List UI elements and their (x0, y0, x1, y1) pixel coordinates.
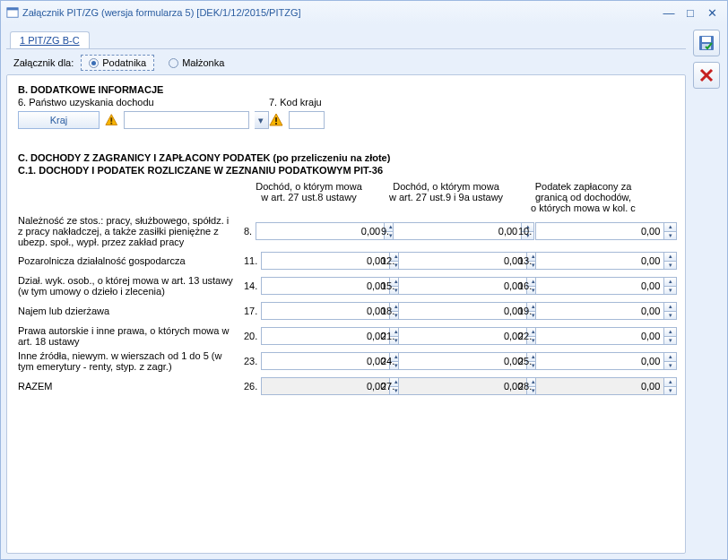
amount-input[interactable] (398, 277, 527, 295)
amount-input[interactable] (261, 252, 390, 270)
spin-down[interactable]: ▾ (664, 286, 677, 296)
row-desc: Najem lub dzierżawa (18, 306, 240, 316)
cell: 19.▴▾ (515, 302, 652, 320)
close-icon (698, 67, 715, 83)
amount-input[interactable] (393, 222, 522, 240)
table-row: Dział. wyk. osob., o której mowa w art. … (18, 274, 674, 297)
field-number: 15. (381, 280, 394, 291)
row-desc: Pozarolnicza działalność gospodarcza (18, 255, 240, 266)
cell: 20.▴▾ (240, 327, 377, 345)
radio-icon (89, 58, 99, 68)
cell: 24.▴▾ (377, 352, 515, 370)
amount-spinner: ▴▾ (393, 222, 534, 240)
amount-input[interactable] (261, 352, 390, 370)
q7-label: 7. Kod kraju (269, 97, 325, 108)
cancel-button[interactable] (693, 62, 720, 89)
field-number: 17. (244, 306, 257, 316)
radio-icon (169, 58, 178, 68)
radio-malzonka[interactable]: Małżonka (161, 56, 231, 70)
row-desc: RAZEM (18, 381, 240, 392)
warning-icon (269, 113, 283, 127)
kraj-button[interactable]: Kraj (18, 111, 100, 129)
amount-input[interactable] (535, 327, 664, 345)
spin-up: ▴ (664, 377, 677, 386)
cell: 12.▴▾ (377, 252, 515, 270)
table-row: RAZEM26.▴▾27.▴▾28.▴▾ (18, 375, 674, 398)
radio-podatnika[interactable]: Podatnika (81, 55, 154, 71)
spin-down[interactable]: ▾ (664, 231, 677, 241)
amount-input[interactable] (398, 327, 527, 345)
spin-down[interactable]: ▾ (664, 336, 677, 346)
save-button[interactable] (693, 30, 720, 56)
amount-input[interactable] (535, 352, 664, 370)
cell: 9.▴▾ (377, 222, 515, 240)
col-header-2: Dochód, o którym mowaw art. 27 ust.9 i 9… (377, 181, 515, 213)
save-icon (698, 34, 715, 52)
field-number: 20. (244, 331, 257, 341)
tab-pitzg-bc[interactable]: 1 PIT/ZG B-C (10, 31, 90, 48)
amount-input[interactable] (398, 302, 527, 320)
cell: 17.▴▾ (240, 302, 377, 320)
spin-up[interactable]: ▴ (664, 302, 677, 311)
amount-input[interactable] (535, 277, 664, 295)
spin-down[interactable]: ▾ (664, 261, 677, 271)
cell: 28.▴▾ (515, 377, 652, 395)
amount-input[interactable] (398, 352, 527, 370)
spin-up[interactable]: ▴ (664, 222, 677, 231)
amount-input (398, 377, 527, 395)
cell: 11.▴▾ (240, 252, 377, 270)
row-desc: Prawa autorskie i inne prawa, o których … (18, 325, 240, 347)
col-header-3: Podatek zapłacony zagranicą od dochodów,… (515, 181, 652, 213)
spin-up[interactable]: ▴ (664, 252, 677, 261)
amount-spinner: ▴▾ (256, 222, 397, 240)
field-number: 12. (381, 255, 394, 266)
q6-label: 6. Państwo uzyskania dochodu (18, 97, 269, 108)
field-number: 24. (381, 356, 394, 366)
svg-rect-6 (275, 117, 277, 122)
kraj-input[interactable] (124, 111, 249, 129)
amount-input (535, 377, 664, 395)
cell: 14.▴▾ (240, 277, 377, 295)
maximize-button[interactable]: □ (680, 4, 700, 21)
field-number: 23. (244, 356, 257, 366)
section-c-title: C. DOCHODY Z ZAGRANICY I ZAPŁACONY PODAT… (18, 152, 674, 163)
field-number: 25. (518, 356, 532, 366)
amount-input[interactable] (535, 302, 664, 320)
amount-input[interactable] (261, 327, 390, 345)
field-number: 8. (244, 226, 252, 237)
cell: 15.▴▾ (377, 277, 515, 295)
cell: 25.▴▾ (515, 352, 652, 370)
section-c1-title: C.1. DOCHODY I PODATEK ROZLICZANE W ZEZN… (18, 165, 674, 176)
cell: 13.▴▾ (515, 252, 652, 270)
amount-input[interactable] (535, 252, 664, 270)
amount-spinner: ▴▾ (535, 327, 677, 345)
svg-rect-9 (702, 37, 711, 42)
amount-input[interactable] (261, 277, 390, 295)
main-pane: 1 PIT/ZG B-C Załącznik dla: Podatnika Ma… (6, 30, 686, 554)
cell: 26.▴▾ (240, 377, 377, 395)
svg-rect-4 (110, 123, 112, 125)
attachment-for-label: Załącznik dla: (13, 57, 74, 68)
spin-up[interactable]: ▴ (664, 327, 677, 336)
row-desc: Należność ze stos.: pracy, służbowego, s… (18, 215, 240, 247)
field-number: 22. (518, 331, 532, 341)
amount-input[interactable] (398, 252, 527, 270)
amount-input[interactable] (261, 302, 390, 320)
spin-down[interactable]: ▾ (664, 361, 677, 371)
app-window: Załącznik PIT/ZG (wersja formularza 5) [… (0, 0, 728, 560)
field-number: 26. (244, 381, 257, 392)
cell: 10.▴▾ (515, 222, 652, 240)
close-window-button[interactable]: ✕ (702, 4, 722, 21)
table-row: Należność ze stos.: pracy, służbowego, s… (18, 215, 674, 247)
spin-up[interactable]: ▴ (664, 352, 677, 361)
table-row: Inne źródła, niewym. w wierszach od 1 do… (18, 349, 674, 373)
field-number: 18. (381, 306, 394, 316)
spin-up[interactable]: ▴ (664, 277, 677, 286)
kraj-dropdown-arrow[interactable]: ▾ (255, 111, 269, 129)
amount-input[interactable] (256, 222, 385, 240)
amount-input[interactable] (535, 222, 664, 240)
kod-kraju-input[interactable] (289, 111, 325, 129)
minimize-button[interactable]: — (659, 4, 679, 21)
window-title: Załącznik PIT/ZG (wersja formularza 5) [… (22, 7, 657, 18)
spin-down[interactable]: ▾ (664, 311, 677, 321)
